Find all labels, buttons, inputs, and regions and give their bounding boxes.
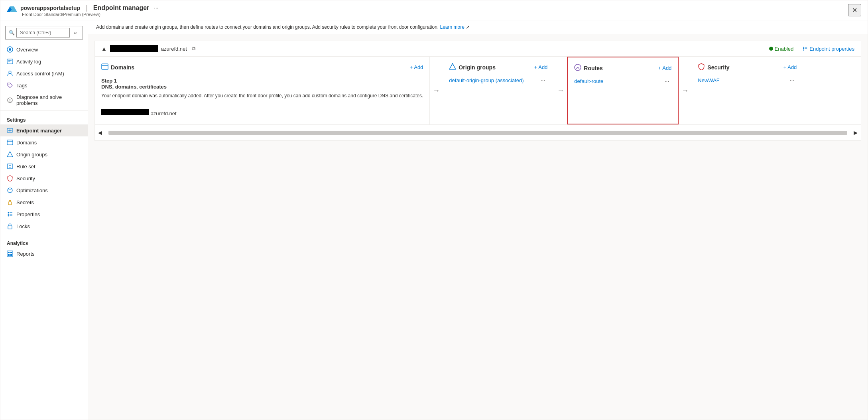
list-item: NewWAF ··· [698, 75, 797, 86]
scroll-track[interactable] [108, 131, 847, 135]
sidebar-search-container: 🔍 « [0, 24, 88, 42]
routes-column-icon [574, 64, 581, 72]
sidebar-item-label: Secrets [16, 199, 34, 205]
sidebar-item-label: Overview [16, 47, 38, 53]
arrow-1: → [430, 87, 443, 95]
sidebar-item-tags[interactable]: Tags [0, 79, 88, 91]
sidebar-item-iam[interactable]: Access control (IAM) [0, 67, 88, 79]
routes-column: Routes + Add default-route ··· [567, 57, 679, 124]
search-input[interactable] [16, 28, 70, 37]
analytics-section-label: Analytics [0, 236, 88, 248]
sidebar-item-properties[interactable]: Properties [0, 208, 88, 220]
svg-rect-18 [8, 164, 12, 169]
learn-more-link[interactable]: Learn more [440, 24, 465, 30]
properties-icon-small [802, 46, 808, 51]
security-column-icon [698, 63, 705, 71]
svg-point-11 [10, 101, 10, 102]
sidebar-item-locks[interactable]: Locks [0, 220, 88, 232]
sidebar-item-origin-groups[interactable]: Origin groups [0, 148, 88, 160]
copy-endpoint-button[interactable]: ⧉ [192, 45, 195, 52]
routes-add-button[interactable]: + Add [658, 65, 672, 71]
sidebar-item-label: Diagnose and solve problems [16, 94, 81, 106]
columns-container: Domains + Add Step 1 DNS, domains, certi… [95, 57, 861, 124]
svg-rect-34 [10, 254, 12, 256]
sidebar-search-row: 🔍 « [5, 26, 83, 39]
waf-more-button[interactable]: ··· [787, 76, 797, 84]
endpoint-status: Enabled Endpoint properties [769, 46, 854, 52]
sidebar-item-reports[interactable]: Reports [0, 248, 88, 260]
route-link[interactable]: default-route [574, 78, 662, 84]
origin-groups-column-title: Origin groups [459, 64, 531, 71]
origin-group-more-button[interactable]: ··· [538, 76, 548, 84]
svg-marker-17 [7, 152, 13, 157]
endpoint-collapse-button[interactable]: ▲ [101, 45, 107, 52]
status-dot [769, 47, 773, 51]
resource-name: powerappsportalsetup [20, 5, 80, 11]
status-label: Enabled [775, 46, 794, 52]
origin-groups-column-icon [449, 63, 456, 71]
origin-groups-items: default-origin-group (associated) ··· [443, 75, 554, 86]
scroll-right-button[interactable]: ▶ [850, 128, 861, 137]
domains-column-header: Domains + Add [95, 61, 429, 75]
settings-section-label: Settings [0, 112, 88, 124]
endpoint-properties-button[interactable]: Endpoint properties [802, 46, 854, 52]
sidebar-item-label: Security [16, 175, 35, 181]
security-column-title: Security [707, 64, 781, 71]
svg-rect-15 [7, 140, 13, 145]
sidebar-item-label: Domains [16, 140, 37, 146]
svg-rect-29 [8, 226, 12, 229]
secrets-icon [7, 199, 13, 205]
svg-rect-4 [7, 59, 13, 64]
sidebar-item-optimizations[interactable]: Optimizations [0, 184, 88, 196]
svg-rect-32 [10, 252, 12, 253]
diagnose-icon [7, 97, 13, 103]
security-add-button[interactable]: + Add [783, 64, 797, 70]
app-header: powerappsportalsetup | Endpoint manager … [0, 0, 868, 20]
origin-groups-column-header: Origin groups + Add [443, 61, 554, 75]
sidebar-item-label: Reports [16, 251, 35, 257]
svg-point-25 [8, 214, 9, 215]
sidebar: 🔍 « Overview Activi [0, 20, 88, 420]
scroll-left-button[interactable]: ◀ [95, 128, 105, 137]
security-items: NewWAF ··· [691, 75, 803, 86]
sidebar-item-activity-log[interactable]: Activity log [0, 55, 88, 67]
sidebar-item-endpoint-manager[interactable]: Endpoint manager [0, 124, 88, 136]
settings-divider [0, 110, 88, 111]
origin-groups-add-button[interactable]: + Add [534, 64, 548, 70]
svg-point-35 [803, 47, 804, 48]
svg-point-21 [8, 188, 12, 193]
sidebar-item-rule-set[interactable]: Rule set [0, 160, 88, 172]
domain-footer-suffix: azurefd.net [151, 110, 177, 116]
sidebar-item-diagnose[interactable]: Diagnose and solve problems [0, 91, 88, 109]
sidebar-item-security[interactable]: Security [0, 172, 88, 184]
arrow-2: → [554, 87, 567, 95]
endpoint-header: ▲ azurefd.net ⧉ Enabled Endpoint proper [95, 41, 861, 57]
svg-rect-33 [8, 254, 10, 256]
reports-icon [7, 250, 13, 257]
sidebar-item-label: Tags [16, 83, 27, 89]
svg-point-8 [9, 84, 10, 85]
collapse-button[interactable]: « [71, 29, 79, 37]
properties-icon [7, 211, 13, 217]
close-button[interactable]: ✕ [848, 4, 861, 16]
activity-log-icon [7, 58, 13, 65]
svg-point-3 [9, 48, 11, 51]
waf-link[interactable]: NewWAF [698, 77, 787, 83]
svg-rect-22 [8, 202, 12, 205]
sidebar-item-label: Locks [16, 223, 30, 229]
sidebar-item-domains[interactable]: Domains [0, 136, 88, 148]
iam-icon [7, 70, 13, 77]
domains-add-button[interactable]: + Add [410, 64, 423, 70]
domains-column-title: Domains [111, 64, 407, 71]
header-separator: | [86, 4, 88, 12]
sidebar-item-overview[interactable]: Overview [0, 43, 88, 55]
domain-footer: azurefd.net [95, 106, 429, 120]
page-title: Endpoint manager [93, 4, 149, 12]
sidebar-item-label: Activity log [16, 59, 41, 65]
origin-group-link[interactable]: default-origin-group (associated) [449, 77, 538, 83]
svg-point-39 [803, 49, 804, 51]
route-more-button[interactable]: ··· [662, 77, 672, 85]
sidebar-item-label: Properties [16, 211, 40, 217]
sidebar-item-secrets[interactable]: Secrets [0, 196, 88, 208]
header-more-button[interactable]: ··· [154, 5, 158, 11]
